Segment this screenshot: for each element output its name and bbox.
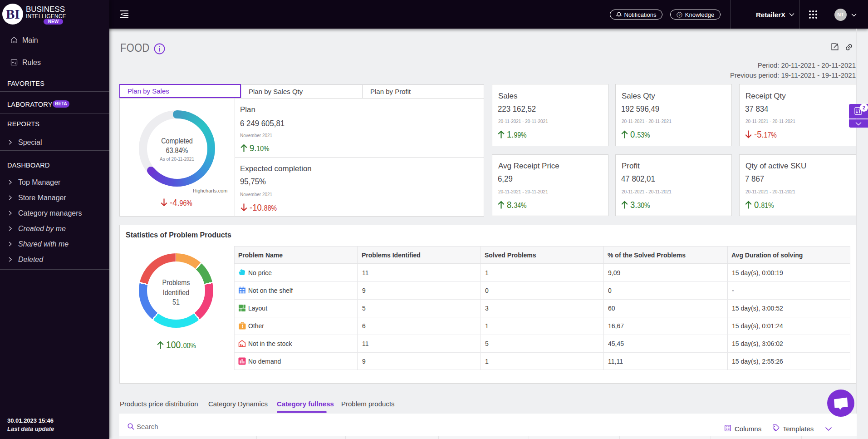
svg-text:?: ? <box>678 13 681 17</box>
